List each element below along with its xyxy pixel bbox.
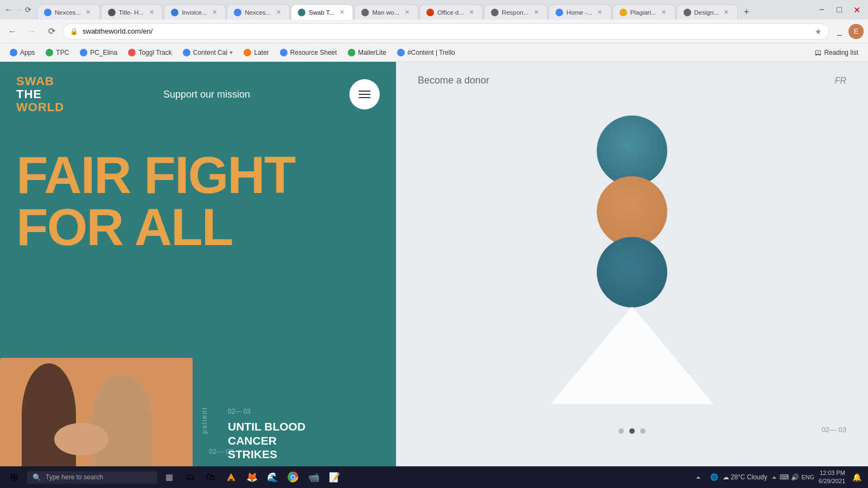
clock: 12:03 PM 6/29/2021 [819, 469, 845, 486]
tab-close-7[interactable]: ✕ [467, 8, 476, 17]
tab-title-3: Invoice... [182, 9, 207, 16]
tab-favicon-6 [361, 9, 369, 16]
reading-list-icon: 🕮 [815, 49, 821, 56]
become-donor-link[interactable]: Become a donor [418, 75, 489, 86]
bookmark-resource[interactable]: Resource Sheet [276, 47, 341, 59]
refresh-nav[interactable]: ⟳ [24, 5, 33, 14]
start-button[interactable]: ⊞ [4, 467, 24, 487]
time-display: 12:03 PM [820, 469, 845, 477]
hero-title-line2: FOR ALL [16, 201, 380, 253]
tab-close-10[interactable]: ✕ [660, 8, 668, 17]
taskbar-file-explorer[interactable]: 🗂 [181, 468, 199, 486]
browser-chrome: ← → ⟳ Nexces... ✕ Title- H... ✕ Invoice.… [0, 0, 868, 62]
bookmark-content-icon [183, 49, 190, 56]
tab-favicon-3 [171, 9, 178, 16]
nav-mission-link[interactable]: Support our mission [163, 89, 250, 100]
notification-button[interactable]: 🔔 [850, 470, 864, 484]
slide-dot-2[interactable] [629, 428, 635, 434]
bookmark-tpc-icon [46, 49, 53, 56]
maximize-button[interactable]: □ [832, 3, 846, 17]
bookmark-toggl[interactable]: Toggl Track [124, 47, 176, 59]
tab-close-2[interactable]: ✕ [147, 8, 156, 17]
bookmark-trello[interactable]: #Content | Trello [393, 47, 459, 59]
tab-favicon-8 [491, 9, 499, 16]
bookmark-apps[interactable]: Apps [5, 47, 39, 59]
tab-respon[interactable]: Respon... ✕ [484, 4, 547, 20]
slide-dot-3[interactable] [640, 428, 646, 434]
taskbar-sticky-notes[interactable]: 📝 [326, 468, 343, 486]
tab-office[interactable]: Office d... ✕ [419, 4, 483, 20]
bookmark-toggl-icon [128, 49, 136, 56]
close-button[interactable]: ✕ [850, 3, 864, 17]
new-tab-button[interactable]: + [739, 4, 754, 20]
tab-favicon-7 [426, 9, 434, 16]
forward-button[interactable]: → [24, 23, 40, 40]
taskbar-edge[interactable]: 🌊 [264, 468, 281, 486]
slide-dot-1[interactable] [618, 428, 624, 434]
volume-icon[interactable]: 🔊 [791, 473, 799, 481]
bookmark-apps-label: Apps [20, 49, 35, 56]
reading-list-label: Reading list [824, 49, 858, 56]
tab-close-9[interactable]: ✕ [596, 8, 604, 17]
bookmark-content-label: Content Cal + [193, 49, 233, 56]
tab-close-4[interactable]: ✕ [274, 8, 283, 17]
bookmark-resource-icon [280, 49, 288, 56]
taskbar-tray: ⏶ 🌐 ☁ 28°C Cloudy ⏶ ⌨ 🔊 ENG 12:03 PM 6/2… [692, 469, 864, 486]
tab-close-6[interactable]: ✕ [403, 8, 411, 17]
tray-arrow-up[interactable]: ⏶ [771, 474, 777, 480]
window-controls: − □ ✕ [815, 3, 864, 17]
back-nav[interactable]: ← [4, 5, 13, 14]
tab-close-8[interactable]: ✕ [532, 8, 540, 17]
right-panel: Become a donor FR 02— 03 [396, 62, 868, 466]
tab-title-h[interactable]: Title- H... ✕ [101, 4, 163, 20]
tab-close-5[interactable]: ✕ [337, 8, 346, 17]
menu-button[interactable] [349, 79, 380, 110]
taskbar-firefox[interactable]: 🦊 [243, 468, 260, 486]
tab-close-11[interactable]: ✕ [722, 8, 731, 17]
lang-switch[interactable]: FR [835, 76, 846, 86]
tab-swab[interactable]: Swab T... ✕ [291, 4, 353, 20]
forward-nav[interactable]: → [14, 5, 23, 14]
browser-content: SWAB THE WORLD Support our mission FAIR … [0, 62, 868, 466]
tab-man-wo[interactable]: Man wo... ✕ [354, 4, 418, 20]
tab-title-8: Respon... [502, 9, 528, 16]
bookmark-later-icon [244, 49, 251, 56]
tray-up-arrow[interactable]: ⏶ [692, 470, 706, 484]
taskbar-store[interactable]: 🛍 [202, 468, 219, 486]
taskbar-zoom[interactable]: 📹 [305, 468, 322, 486]
extensions-icon[interactable]: ⎯ [832, 24, 846, 38]
bookmark-content[interactable]: Content Cal + [178, 47, 238, 59]
until-num: 02— 03 [228, 408, 380, 415]
circle-mid [597, 176, 667, 247]
bookmark-later[interactable]: Later [239, 47, 273, 59]
tab-invoice[interactable]: Invoice... ✕ [164, 4, 226, 20]
tab-home[interactable]: Home -... ✕ [548, 4, 611, 20]
taskbar-vlc[interactable] [222, 468, 240, 486]
taskbar-chrome[interactable] [284, 468, 302, 486]
tab-nexces-2[interactable]: Nexces... ✕ [227, 4, 290, 20]
left-panel: SWAB THE WORLD Support our mission FAIR … [0, 62, 396, 466]
profile-icon[interactable]: E [848, 24, 864, 39]
minimize-button[interactable]: − [815, 3, 829, 17]
taskbar-search-box[interactable]: 🔍 Type here to search [27, 471, 157, 484]
bookmark-pcelina[interactable]: PC_Elina [75, 47, 122, 59]
tab-close-1[interactable]: ✕ [84, 8, 93, 17]
site-header: SWAB THE WORLD Support our mission [0, 62, 396, 127]
bookmark-star-icon[interactable]: ★ [815, 27, 822, 36]
bookmark-tpc[interactable]: TPC [41, 47, 73, 59]
date-display: 6/29/2021 [819, 477, 845, 485]
tab-close-3[interactable]: ✕ [210, 8, 219, 17]
tabs-row: Nexces... ✕ Title- H... ✕ Invoice... ✕ N… [37, 0, 808, 20]
tab-nexces-1[interactable]: Nexces... ✕ [37, 4, 100, 20]
address-bar[interactable]: 🔒 swabtheworld.com/en/ ★ [63, 23, 829, 40]
taskbar-task-view[interactable]: ▦ [161, 468, 178, 486]
back-button[interactable]: ← [4, 23, 21, 40]
cone-shape [551, 306, 713, 406]
tab-plagiari[interactable]: Plagiari... ✕ [612, 4, 675, 20]
circles-graphic [597, 115, 667, 307]
reading-list-button[interactable]: 🕮 Reading list [810, 47, 863, 59]
tab-title-2: Title- H... [119, 9, 144, 16]
tab-design[interactable]: Design... ✕ [676, 4, 738, 20]
reload-button[interactable]: ⟳ [43, 23, 60, 40]
bookmark-mailerlite[interactable]: MailerLite [343, 47, 391, 59]
